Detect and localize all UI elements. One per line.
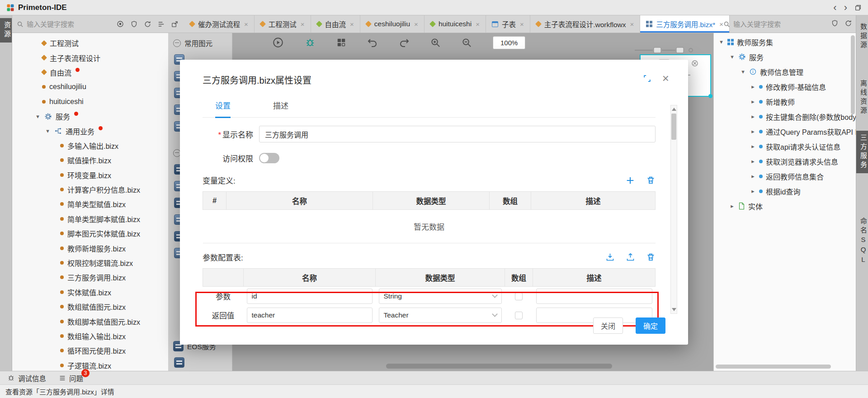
array-checkbox[interactable] xyxy=(515,312,523,319)
fullscreen-icon[interactable] xyxy=(643,74,651,83)
export-icon[interactable] xyxy=(171,20,179,28)
tree-item[interactable]: 自由流 xyxy=(12,65,168,80)
layout-toggle-icon[interactable] xyxy=(854,4,862,11)
param-desc-input[interactable] xyxy=(536,289,652,304)
caret-right-icon[interactable]: ▸ xyxy=(750,158,756,165)
service-panel-hscrollbar[interactable] xyxy=(716,365,831,369)
refresh-icon[interactable] xyxy=(144,20,151,28)
caret-right-icon[interactable]: ▸ xyxy=(729,203,735,209)
param-name-input[interactable] xyxy=(247,289,373,304)
selection-handle[interactable] xyxy=(708,94,712,98)
tab-gongcheng-ceshi[interactable]: 工程测试 × xyxy=(255,15,311,33)
scroll-down-icon[interactable] xyxy=(672,308,676,311)
service-method[interactable]: ▸获取api请求头认证信息 xyxy=(714,139,856,154)
caret-down-icon[interactable]: ▾ xyxy=(740,68,746,75)
tree-item-bizx[interactable]: 三方服务调用.bizx xyxy=(12,270,168,284)
tree-item[interactable]: ceshiluojiliu xyxy=(12,80,168,94)
service-method[interactable]: ▸通过Query Params获取API Key xyxy=(714,124,856,139)
tree-item-bizx[interactable]: 多输入输出.bizx xyxy=(12,138,168,153)
tree-group-services[interactable]: ▾ 服务 xyxy=(12,109,168,123)
palette-element[interactable] xyxy=(173,354,228,371)
service-panel-vscrollbar[interactable] xyxy=(851,35,855,114)
entity-node[interactable]: ▸ 实体 xyxy=(714,199,856,213)
nav-forward-icon[interactable]: › xyxy=(844,3,847,13)
close-icon[interactable]: × xyxy=(350,20,354,28)
tree-item[interactable]: 主子表流程设计 xyxy=(12,50,168,65)
service-method[interactable]: ▸返回教师信息集合 xyxy=(714,169,856,184)
shield-icon[interactable] xyxy=(831,19,839,29)
close-button[interactable]: 关闭 xyxy=(593,317,623,334)
caret-right-icon[interactable]: ▸ xyxy=(750,188,756,194)
problems-toggle[interactable]: 问题 3 xyxy=(59,373,83,383)
tree-item-bizx[interactable]: 简单类型脚本赋值.bizx xyxy=(12,212,168,226)
service-method[interactable]: ▸按主键集合删除(参数放body) xyxy=(714,109,856,124)
tab-sanfang-fuwu-bizx[interactable]: 三方服务调用.bizx* × xyxy=(640,15,730,33)
rail-tab-third-party-services[interactable]: 三方服务 xyxy=(856,131,868,173)
caret-right-icon[interactable]: ▸ xyxy=(750,113,756,120)
refresh-icon[interactable] xyxy=(844,19,852,29)
zoom-out-icon[interactable] xyxy=(462,38,472,48)
tab-description[interactable]: 描述 xyxy=(273,100,288,117)
service-method[interactable]: ▸新增教师 xyxy=(714,94,856,109)
tab-settings[interactable]: 设置 xyxy=(215,100,231,118)
close-icon[interactable]: × xyxy=(630,20,634,28)
tab-huituiceshi[interactable]: huituiceshi × xyxy=(425,15,486,33)
tab-workflowx[interactable]: 主子表流程设计.workflowx × xyxy=(530,15,641,33)
right-search-box[interactable] xyxy=(719,20,825,28)
close-icon[interactable]: × xyxy=(662,72,669,84)
import-icon[interactable] xyxy=(605,252,615,262)
caret-down-icon[interactable]: ▾ xyxy=(718,38,724,45)
rail-tab-datasource[interactable]: 数据源 xyxy=(856,20,868,53)
delete-param-icon[interactable] xyxy=(646,252,656,262)
layers-icon[interactable] xyxy=(336,38,346,47)
collapse-icon[interactable] xyxy=(173,39,181,47)
caret-right-icon[interactable]: ▸ xyxy=(750,173,756,180)
tab-cuiban-ceshi[interactable]: 催办测试流程 × xyxy=(184,15,255,33)
tab-zibiao[interactable]: 子表 × xyxy=(486,15,530,33)
ok-button[interactable]: 确定 xyxy=(636,317,665,334)
debug-bug-icon[interactable] xyxy=(305,37,316,48)
tree-item-bizx[interactable]: 数组脚本赋值图元.bizx xyxy=(12,314,168,328)
caret-right-icon[interactable]: ▸ xyxy=(750,128,756,135)
caret-right-icon[interactable]: ▸ xyxy=(750,98,756,105)
service-mgmt-node[interactable]: ▾ 教师信息管理 xyxy=(714,64,856,79)
caret-down-icon[interactable]: ▾ xyxy=(35,113,41,120)
caret-right-icon[interactable]: ▸ xyxy=(750,143,756,150)
caret-right-icon[interactable]: ▸ xyxy=(750,83,756,90)
close-icon[interactable]: × xyxy=(244,20,248,28)
caret-down-icon[interactable]: ▾ xyxy=(729,53,735,60)
access-toggle[interactable] xyxy=(259,153,279,163)
tree-item-bizx[interactable]: 环境变量.bizx xyxy=(12,168,168,182)
canvas-horizontal-scrollbar[interactable] xyxy=(232,364,713,369)
close-icon[interactable]: × xyxy=(301,20,305,28)
caret-down-icon[interactable]: ▾ xyxy=(45,128,51,134)
tree-item-bizx[interactable]: 权限控制逻辑流.bizx xyxy=(12,256,168,270)
close-icon[interactable]: × xyxy=(476,20,480,28)
search-input[interactable] xyxy=(27,20,99,28)
scroll-up-icon[interactable] xyxy=(672,108,676,111)
close-icon[interactable]: × xyxy=(520,20,524,28)
target-icon[interactable] xyxy=(116,20,124,28)
zoom-level[interactable]: 100% xyxy=(493,36,525,49)
rail-tab-resources[interactable]: 资源 xyxy=(0,18,12,43)
tree-item[interactable]: huituiceshi xyxy=(12,95,168,109)
tree-group-business[interactable]: ▾ 通用业务 xyxy=(12,123,168,138)
service-method[interactable]: ▸获取浏览器请求头信息 xyxy=(714,154,856,169)
list-icon[interactable] xyxy=(157,20,165,28)
tab-ziyouliu[interactable]: 自由流 × xyxy=(311,15,360,33)
tree-item-bizx[interactable]: 计算客户积分信息.bizx xyxy=(12,182,168,197)
service-method[interactable]: ▸修改教师-基础信息 xyxy=(714,79,856,94)
run-icon[interactable] xyxy=(272,37,284,48)
param-type-select[interactable]: Teacher xyxy=(379,308,502,323)
param-type-select[interactable]: String xyxy=(379,289,502,304)
tree-item[interactable]: 工程测试 xyxy=(12,36,168,50)
tree-item-bizx[interactable]: 简单类型赋值.bizx xyxy=(12,197,168,211)
debug-info-toggle[interactable]: 调试信息 xyxy=(7,373,46,383)
add-variable-icon[interactable] xyxy=(625,175,635,185)
tree-item-bizx[interactable]: 循环图元使用.bizx xyxy=(12,343,168,358)
tab-ceshiluojiliu[interactable]: ceshiluojiliu × xyxy=(360,15,425,33)
delete-variable-icon[interactable] xyxy=(646,175,656,185)
tree-item-bizx[interactable]: 实体赋值.bizx xyxy=(12,285,168,299)
tree-item-bizx[interactable]: 教师新增服务.bizx xyxy=(12,241,168,255)
service-method[interactable]: ▸根据id查询 xyxy=(714,184,856,199)
